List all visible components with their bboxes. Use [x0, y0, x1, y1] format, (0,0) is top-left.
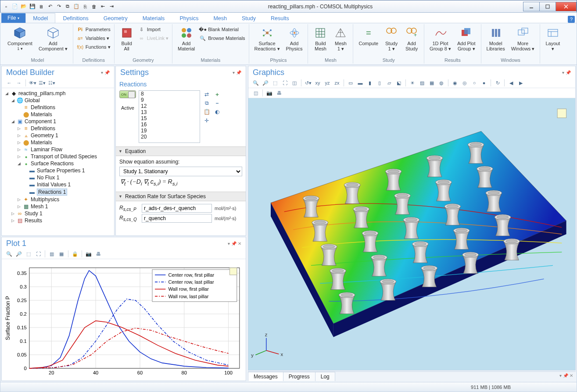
save-icon[interactable]: 💾 [29, 3, 36, 11]
rate-section[interactable]: ▼Reaction Rate for Surface Species [116, 192, 246, 201]
variables-button[interactable]: a=Variables ▾ [76, 34, 111, 43]
copy-sel-icon[interactable]: ⧉ [203, 99, 211, 107]
add-component-button[interactable]: AddComponent ▾ [36, 25, 70, 52]
open-icon[interactable]: 📂 [20, 3, 28, 11]
tab-definitions[interactable]: Definitions [55, 13, 96, 23]
model-tree[interactable]: ◢◆reacting_pillars.mph ◢🌐Global ≡Definit… [2, 88, 114, 235]
camera-icon[interactable]: 📷 [265, 89, 273, 97]
toggle-sel-icon[interactable]: ◐ [213, 108, 221, 116]
add-sel-icon[interactable]: ✛ [203, 117, 211, 125]
build-all-button[interactable]: BuildAll [117, 25, 136, 52]
sel3-icon[interactable]: ○ [470, 79, 478, 87]
swap-icon[interactable]: ⇄ [203, 90, 211, 98]
sel1-icon[interactable]: ◉ [451, 79, 459, 87]
copy-icon[interactable]: ⧉ [64, 3, 72, 11]
component-button[interactable]: Component1 ▾ [5, 25, 35, 52]
add-study-button[interactable]: +AddStudy [402, 25, 421, 52]
tab-mesh[interactable]: Mesh [206, 13, 234, 23]
clip6-icon[interactable]: ⬕ [395, 79, 403, 87]
active-toggle[interactable]: ON [119, 90, 136, 98]
clip2-icon[interactable]: ▬ [356, 79, 364, 87]
tab-study[interactable]: Study [234, 13, 263, 23]
print-icon[interactable]: 🖶 [275, 89, 283, 97]
selection-list[interactable]: 89121315161920 [139, 90, 200, 143]
new-icon[interactable]: ▫ [2, 3, 10, 11]
pin-icon[interactable]: ▾ 📌 [101, 70, 110, 75]
graphics-viewport[interactable]: x y z [248, 98, 575, 370]
surface-reactions-button[interactable]: SurfaceReactions ▾ [252, 25, 283, 52]
panel-ctrls[interactable]: ▾ 📌 ✕ [557, 372, 576, 381]
scene-light-icon[interactable]: ◫ [252, 89, 260, 97]
functions-button[interactable]: f(x)Functions ▾ [76, 43, 111, 51]
mesh-dropdown[interactable]: Mesh1 ▾ [331, 25, 350, 52]
plot1d-button[interactable]: 1D PlotGroup 8 ▾ [427, 25, 454, 52]
expand-icon[interactable]: ☷▾ [48, 79, 56, 87]
plus-icon[interactable]: ＋ [213, 90, 221, 98]
tab-results[interactable]: Results [263, 13, 297, 23]
rate-input-1[interactable] [142, 214, 212, 223]
import-button[interactable]: ⇩Import [137, 25, 169, 34]
compute-button[interactable]: =Compute [356, 25, 381, 47]
tab-materials[interactable]: Materials [135, 13, 172, 23]
back-icon[interactable]: ← [5, 79, 13, 87]
zx-icon[interactable]: zx [333, 79, 341, 87]
tab-model[interactable]: Model [25, 13, 55, 23]
redo-icon[interactable]: ↷ [55, 3, 63, 11]
zoom-out-icon[interactable]: 🔎 [15, 250, 23, 258]
more-windows-button[interactable]: MoreWindows ▾ [509, 25, 538, 52]
model-libraries-button[interactable]: ModelLibraries [484, 25, 508, 52]
undo-icon[interactable]: ↶ [46, 3, 54, 11]
add-plot-group-button[interactable]: Add PlotGroup ▾ [455, 25, 478, 52]
lock-icon[interactable]: 🔒 [71, 250, 79, 258]
trans-icon[interactable]: ▨ [418, 79, 426, 87]
zoom-out-icon[interactable]: 🔎 [262, 79, 269, 87]
file-menu[interactable]: File [1, 13, 25, 23]
tab-geometry[interactable]: Geometry [96, 13, 135, 23]
render-icon[interactable]: ◍ [437, 79, 445, 87]
zoom-extent-icon[interactable]: ⛶ [34, 250, 42, 258]
delete-icon[interactable]: 🗑 [90, 3, 98, 11]
prev-icon[interactable]: ⇤ [99, 3, 107, 11]
livelink-button[interactable]: ∞LiveLink ▾ [137, 34, 169, 43]
clip3-icon[interactable]: ▮ [366, 79, 374, 87]
help-button[interactable]: ? [568, 16, 575, 23]
zoom-sel-icon[interactable]: ◫ [290, 79, 298, 87]
zoom-in-icon[interactable]: 🔍 [252, 79, 260, 87]
sel2-icon[interactable]: ◎ [461, 79, 469, 87]
plot1-area[interactable]: 2040608010000.050.10.150.20.250.30.35Tim… [2, 259, 246, 381]
zoom-box-icon[interactable]: ⬚ [25, 250, 32, 258]
duplicate-icon[interactable]: ⎘ [81, 3, 89, 11]
build-mesh-button[interactable]: BuildMesh [311, 25, 330, 52]
add-physics-button[interactable]: AddPhysics [283, 25, 305, 52]
wire-icon[interactable]: ▦ [428, 79, 436, 87]
zoom-ext-icon[interactable]: ⛶ [281, 79, 289, 87]
parameters-button[interactable]: PiParameters [76, 25, 111, 34]
back-view-icon[interactable]: ◀ [507, 79, 515, 87]
grid2-icon[interactable]: ▦ [57, 250, 65, 258]
pin-icon[interactable]: ▾ 📌 [233, 70, 241, 75]
saveas-icon[interactable]: 🗎 [37, 3, 45, 11]
reset-icon[interactable]: ↻ [494, 79, 502, 87]
tab-progress[interactable]: Progress [283, 372, 315, 381]
minus-icon[interactable]: － [213, 99, 221, 107]
paste-icon[interactable]: 📋 [72, 3, 80, 11]
collapse-icon[interactable]: ☰▾ [38, 79, 46, 87]
equation-section[interactable]: ▼Equation [116, 146, 246, 156]
tab-physics[interactable]: Physics [172, 13, 206, 23]
show-icon[interactable]: 👁▾ [29, 79, 36, 87]
clip4-icon[interactable]: ▯ [376, 79, 383, 87]
fwd-view-icon[interactable]: ▶ [517, 79, 525, 87]
pin-icon[interactable]: ▾ 📌 [562, 70, 571, 75]
clip-icon[interactable]: ▭ [347, 79, 355, 87]
add-material-button[interactable]: AddMaterial [175, 25, 197, 52]
yz-icon[interactable]: yz [323, 79, 331, 87]
xy-icon[interactable]: xy [314, 79, 322, 87]
clip5-icon[interactable]: ▱ [385, 79, 393, 87]
zoom-box-icon[interactable]: ⬚ [271, 79, 279, 87]
maximize-button[interactable] [539, 2, 556, 11]
zoom-in-icon[interactable]: 🔍 [5, 250, 13, 258]
study-select[interactable]: Study 1, Stationary [119, 167, 242, 176]
next-icon[interactable]: ⇥ [108, 3, 115, 11]
rotate-icon[interactable]: ↺▾ [304, 79, 312, 87]
tab-log[interactable]: Log [315, 372, 335, 381]
